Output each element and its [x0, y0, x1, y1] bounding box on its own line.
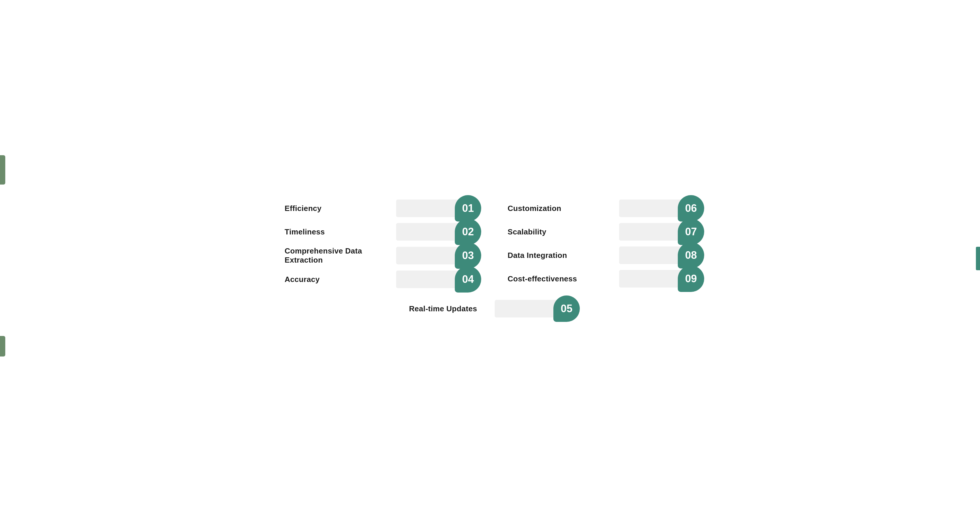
- item-label: Efficiency: [285, 204, 321, 213]
- list-item: Cost-effectiveness 09: [508, 270, 695, 288]
- list-item: Scalability 07: [508, 223, 695, 240]
- item-bar-container: 01: [396, 199, 473, 217]
- item-label: Customization: [508, 204, 561, 213]
- item-label: Cost-effectiveness: [508, 274, 577, 283]
- list-item: Accuracy 04: [285, 270, 473, 288]
- sidebar-segment-top: [0, 155, 5, 185]
- left-column: Efficiency 01 Timeliness 02 Comprehensiv…: [285, 199, 473, 288]
- item-label: Data Integration: [508, 251, 567, 260]
- right-bar: [976, 247, 980, 270]
- item-label: Accuracy: [285, 275, 320, 284]
- bottom-center: Real-time Updates 05: [285, 300, 695, 318]
- item-number-badge: 04: [455, 266, 481, 293]
- sidebar-segment-bottom: [0, 336, 5, 356]
- list-item: Customization 06: [508, 199, 695, 217]
- item-label: Scalability: [508, 227, 546, 237]
- list-item: Timeliness 02: [285, 223, 473, 240]
- item-label: Comprehensive Data Extraction: [285, 247, 396, 265]
- item-bar-container: 04: [396, 270, 473, 288]
- item-number-badge: 02: [455, 219, 481, 245]
- list-item: Data Integration 08: [508, 247, 695, 264]
- item-number-badge: 07: [678, 219, 704, 245]
- list-item: Real-time Updates 05: [409, 300, 571, 318]
- item-bar-container: 02: [396, 223, 473, 240]
- item-label: Real-time Updates: [409, 304, 477, 313]
- item-bar-container: 08: [619, 247, 695, 264]
- list-item: Comprehensive Data Extraction 03: [285, 247, 473, 265]
- right-column: Customization 06 Scalability 07 Data Int…: [508, 199, 695, 288]
- item-number-badge: 01: [455, 195, 481, 221]
- item-number-badge: 08: [678, 242, 704, 269]
- item-label: Timeliness: [285, 227, 325, 237]
- list-item: Efficiency 01: [285, 199, 473, 217]
- item-number-badge: 05: [554, 296, 580, 322]
- item-number-badge: 09: [678, 266, 704, 292]
- item-bar-container: 05: [495, 300, 571, 318]
- item-number-badge: 06: [678, 195, 704, 221]
- item-bar-container: 06: [619, 199, 695, 217]
- item-bar-container: 07: [619, 223, 695, 240]
- sidebar-indicators: [0, 0, 5, 517]
- item-number-badge: 03: [455, 242, 481, 269]
- item-bar-container: 03: [396, 247, 473, 264]
- item-bar-container: 09: [619, 270, 695, 288]
- main-content: Efficiency 01 Timeliness 02 Comprehensiv…: [285, 199, 695, 318]
